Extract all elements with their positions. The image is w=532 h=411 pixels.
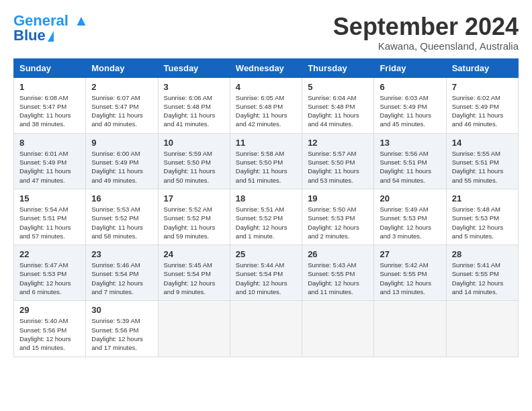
- calendar-day-cell: 12 Sunrise: 5:57 AM Sunset: 5:50 PM Dayl…: [302, 133, 374, 189]
- calendar-day-cell: 4 Sunrise: 6:05 AM Sunset: 5:48 PM Dayli…: [230, 77, 302, 133]
- location-subtitle: Kawana, Queensland, Australia: [333, 40, 519, 52]
- month-title: September 2024: [333, 13, 519, 40]
- calendar-day-cell: 30 Sunrise: 5:39 AM Sunset: 5:56 PM Dayl…: [86, 301, 158, 357]
- day-number: 15: [19, 193, 80, 203]
- calendar-day-cell: 10 Sunrise: 5:59 AM Sunset: 5:50 PM Dayl…: [158, 133, 230, 189]
- day-info: Sunrise: 5:43 AM Sunset: 5:55 PM Dayligh…: [308, 261, 368, 296]
- logo: General ▲ Blue: [13, 13, 89, 44]
- calendar-day-cell: 16 Sunrise: 5:53 AM Sunset: 5:52 PM Dayl…: [86, 189, 158, 244]
- logo-blue: Blue: [13, 27, 46, 44]
- title-section: September 2024 Kawana, Queensland, Austr…: [333, 13, 519, 52]
- calendar-day-cell: 1 Sunrise: 6:08 AM Sunset: 5:47 PM Dayli…: [14, 77, 86, 133]
- calendar-day-cell: 22 Sunrise: 5:47 AM Sunset: 5:53 PM Dayl…: [14, 245, 86, 301]
- page-header: General ▲ Blue September 2024 Kawana, Qu…: [13, 13, 519, 52]
- day-info: Sunrise: 6:00 AM Sunset: 5:49 PM Dayligh…: [91, 149, 152, 185]
- day-number: 7: [452, 82, 513, 92]
- day-number: 28: [452, 249, 513, 259]
- day-number: 2: [91, 82, 152, 92]
- day-info: Sunrise: 5:53 AM Sunset: 5:52 PM Dayligh…: [91, 205, 152, 240]
- day-info: Sunrise: 6:01 AM Sunset: 5:49 PM Dayligh…: [19, 149, 80, 185]
- calendar-day-cell: 13 Sunrise: 5:56 AM Sunset: 5:51 PM Dayl…: [374, 133, 446, 189]
- day-info: Sunrise: 5:41 AM Sunset: 5:55 PM Dayligh…: [452, 261, 513, 296]
- day-info: Sunrise: 5:46 AM Sunset: 5:54 PM Dayligh…: [91, 261, 152, 296]
- day-info: Sunrise: 5:58 AM Sunset: 5:50 PM Dayligh…: [236, 149, 296, 185]
- day-number: 19: [308, 193, 368, 203]
- calendar-day-cell: [302, 301, 374, 357]
- calendar-day-cell: 26 Sunrise: 5:43 AM Sunset: 5:55 PM Dayl…: [302, 245, 374, 301]
- day-number: 5: [308, 82, 368, 92]
- calendar-day-cell: 18 Sunrise: 5:51 AM Sunset: 5:52 PM Dayl…: [230, 189, 302, 244]
- day-header-friday: Friday: [374, 58, 446, 77]
- day-number: 9: [91, 138, 152, 148]
- day-info: Sunrise: 5:49 AM Sunset: 5:53 PM Dayligh…: [380, 205, 440, 240]
- calendar-header-row: SundayMondayTuesdayWednesdayThursdayFrid…: [14, 58, 519, 77]
- day-info: Sunrise: 6:02 AM Sunset: 5:49 PM Dayligh…: [452, 93, 513, 129]
- day-info: Sunrise: 5:44 AM Sunset: 5:54 PM Dayligh…: [236, 261, 296, 296]
- day-number: 29: [19, 305, 80, 315]
- calendar-day-cell: 2 Sunrise: 6:07 AM Sunset: 5:47 PM Dayli…: [86, 77, 158, 133]
- day-number: 1: [19, 82, 80, 92]
- calendar-day-cell: [446, 301, 518, 357]
- day-info: Sunrise: 5:50 AM Sunset: 5:53 PM Dayligh…: [308, 205, 368, 240]
- day-number: 25: [236, 249, 296, 259]
- day-number: 23: [91, 249, 152, 259]
- calendar-day-cell: 25 Sunrise: 5:44 AM Sunset: 5:54 PM Dayl…: [230, 245, 302, 301]
- calendar-day-cell: 21 Sunrise: 5:48 AM Sunset: 5:53 PM Dayl…: [446, 189, 518, 244]
- calendar-day-cell: 14 Sunrise: 5:55 AM Sunset: 5:51 PM Dayl…: [446, 133, 518, 189]
- day-number: 4: [236, 82, 296, 92]
- day-info: Sunrise: 6:05 AM Sunset: 5:48 PM Dayligh…: [236, 93, 296, 129]
- calendar-week-row: 1 Sunrise: 6:08 AM Sunset: 5:47 PM Dayli…: [14, 77, 519, 133]
- day-header-wednesday: Wednesday: [230, 58, 302, 77]
- calendar-day-cell: 8 Sunrise: 6:01 AM Sunset: 5:49 PM Dayli…: [14, 133, 86, 189]
- calendar-week-row: 29 Sunrise: 5:40 AM Sunset: 5:56 PM Dayl…: [14, 301, 519, 357]
- day-number: 22: [19, 249, 80, 259]
- day-number: 17: [164, 193, 224, 203]
- calendar-day-cell: 6 Sunrise: 6:03 AM Sunset: 5:49 PM Dayli…: [374, 77, 446, 133]
- day-info: Sunrise: 6:04 AM Sunset: 5:48 PM Dayligh…: [308, 93, 368, 129]
- day-header-thursday: Thursday: [302, 58, 374, 77]
- day-number: 16: [91, 193, 152, 203]
- day-info: Sunrise: 6:03 AM Sunset: 5:49 PM Dayligh…: [380, 93, 440, 129]
- day-info: Sunrise: 5:45 AM Sunset: 5:54 PM Dayligh…: [164, 261, 224, 296]
- calendar-week-row: 8 Sunrise: 6:01 AM Sunset: 5:49 PM Dayli…: [14, 133, 519, 189]
- day-info: Sunrise: 5:40 AM Sunset: 5:56 PM Dayligh…: [19, 316, 80, 352]
- calendar-day-cell: 20 Sunrise: 5:49 AM Sunset: 5:53 PM Dayl…: [374, 189, 446, 244]
- day-info: Sunrise: 6:06 AM Sunset: 5:48 PM Dayligh…: [164, 93, 224, 129]
- day-number: 8: [19, 138, 80, 148]
- day-info: Sunrise: 5:57 AM Sunset: 5:50 PM Dayligh…: [308, 149, 368, 185]
- calendar-day-cell: 7 Sunrise: 6:02 AM Sunset: 5:49 PM Dayli…: [446, 77, 518, 133]
- day-number: 27: [380, 249, 440, 259]
- calendar-day-cell: 24 Sunrise: 5:45 AM Sunset: 5:54 PM Dayl…: [158, 245, 230, 301]
- day-number: 10: [164, 138, 224, 148]
- day-number: 30: [91, 305, 152, 315]
- calendar-day-cell: [374, 301, 446, 357]
- day-info: Sunrise: 5:52 AM Sunset: 5:52 PM Dayligh…: [164, 205, 224, 240]
- calendar-day-cell: 28 Sunrise: 5:41 AM Sunset: 5:55 PM Dayl…: [446, 245, 518, 301]
- calendar-day-cell: 5 Sunrise: 6:04 AM Sunset: 5:48 PM Dayli…: [302, 77, 374, 133]
- day-number: 11: [236, 138, 296, 148]
- calendar-day-cell: 17 Sunrise: 5:52 AM Sunset: 5:52 PM Dayl…: [158, 189, 230, 244]
- calendar-day-cell: 29 Sunrise: 5:40 AM Sunset: 5:56 PM Dayl…: [14, 301, 86, 357]
- day-info: Sunrise: 5:55 AM Sunset: 5:51 PM Dayligh…: [452, 149, 513, 185]
- day-number: 6: [380, 82, 440, 92]
- calendar-day-cell: 15 Sunrise: 5:54 AM Sunset: 5:51 PM Dayl…: [14, 189, 86, 244]
- day-number: 24: [164, 249, 224, 259]
- logo-triangle-icon: [48, 31, 54, 42]
- day-header-saturday: Saturday: [446, 58, 518, 77]
- day-number: 14: [452, 138, 513, 148]
- day-info: Sunrise: 5:51 AM Sunset: 5:52 PM Dayligh…: [236, 205, 296, 240]
- day-info: Sunrise: 5:42 AM Sunset: 5:55 PM Dayligh…: [380, 261, 440, 296]
- calendar-week-row: 22 Sunrise: 5:47 AM Sunset: 5:53 PM Dayl…: [14, 245, 519, 301]
- calendar-day-cell: 9 Sunrise: 6:00 AM Sunset: 5:49 PM Dayli…: [86, 133, 158, 189]
- day-number: 21: [452, 193, 513, 203]
- day-number: 3: [164, 82, 224, 92]
- calendar-day-cell: 27 Sunrise: 5:42 AM Sunset: 5:55 PM Dayl…: [374, 245, 446, 301]
- calendar-day-cell: 19 Sunrise: 5:50 AM Sunset: 5:53 PM Dayl…: [302, 189, 374, 244]
- calendar-day-cell: 11 Sunrise: 5:58 AM Sunset: 5:50 PM Dayl…: [230, 133, 302, 189]
- day-number: 12: [308, 138, 368, 148]
- calendar-day-cell: [158, 301, 230, 357]
- day-info: Sunrise: 5:54 AM Sunset: 5:51 PM Dayligh…: [19, 205, 80, 240]
- day-header-sunday: Sunday: [14, 58, 86, 77]
- calendar-day-cell: 3 Sunrise: 6:06 AM Sunset: 5:48 PM Dayli…: [158, 77, 230, 133]
- calendar-table: SundayMondayTuesdayWednesdayThursdayFrid…: [13, 58, 519, 357]
